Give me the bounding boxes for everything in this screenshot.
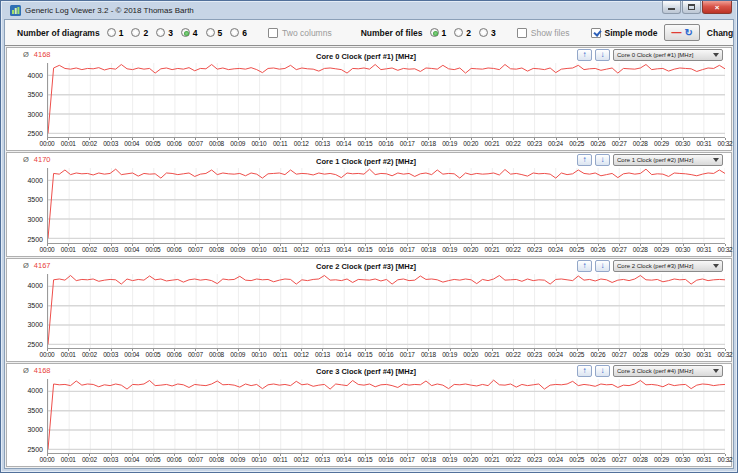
chart-controls: ↑ ↓ Core 1 Clock (perf #2) [MHz] xyxy=(577,154,723,166)
toolbar: Number of diagrams 123456 Two columns Nu… xyxy=(5,20,733,46)
diagram-count-option-5[interactable]: 5 xyxy=(206,28,223,38)
file-count-option-1[interactable]: 1 xyxy=(430,28,447,38)
arrow-down-icon: ↓ xyxy=(601,156,605,164)
x-tick-label: 00:15 xyxy=(357,351,372,358)
x-tick-label: 00:19 xyxy=(442,456,457,463)
line-style-refresh-button[interactable]: — ↻ xyxy=(664,24,699,41)
x-tick-label: 00:07 xyxy=(188,140,203,147)
diagram-count-option-1[interactable]: 1 xyxy=(107,28,124,38)
radio-icon xyxy=(479,28,488,37)
x-tick-label: 00:21 xyxy=(485,246,500,253)
chart-signal-dropdown[interactable]: Core 0 Clock (perf #1) [MHz] xyxy=(613,49,723,61)
x-tick-label: 00:17 xyxy=(400,246,415,253)
y-tick-label: 2500 xyxy=(27,236,43,243)
chart-down-button[interactable]: ↓ xyxy=(595,49,610,61)
simple-mode-checkbox[interactable]: Simple mode xyxy=(591,28,658,38)
diagram-count-option-3[interactable]: 3 xyxy=(156,28,173,38)
x-tick-label: 00:08 xyxy=(209,456,224,463)
x-tick-label: 00:25 xyxy=(569,351,584,358)
refresh-icon: ↻ xyxy=(684,28,692,38)
x-tick-label: 00:11 xyxy=(273,140,287,147)
x-tick-label: 00:00 xyxy=(40,246,55,253)
diagram-count-option-4[interactable]: 4 xyxy=(181,28,198,38)
file-count-option-3[interactable]: 3 xyxy=(479,28,496,38)
x-tick-label: 00:10 xyxy=(251,456,266,463)
x-tick-label: 00:29 xyxy=(654,351,669,358)
x-tick-label: 00:00 xyxy=(40,456,55,463)
x-tick-label: 00:30 xyxy=(675,246,690,253)
window-title: Generic Log Viewer 3.2 - © 2018 Thomas B… xyxy=(25,6,662,15)
x-tick-label: 00:01 xyxy=(61,351,76,358)
chart-panel: Ø 4167 Core 2 Clock (perf #3) [MHz] ↑ ↓ … xyxy=(6,258,732,362)
chart-down-button[interactable]: ↓ xyxy=(595,260,610,272)
x-tick-label: 00:31 xyxy=(696,140,711,147)
x-tick-label: 00:30 xyxy=(675,351,690,358)
x-tick-label: 00:02 xyxy=(82,140,97,147)
chart-signal-dropdown[interactable]: Core 2 Clock (perf #3) [MHz] xyxy=(613,260,723,272)
x-tick-label: 00:21 xyxy=(485,351,500,358)
chart-up-button[interactable]: ↑ xyxy=(577,49,592,61)
plot-area xyxy=(47,274,725,349)
arrow-up-icon: ↑ xyxy=(583,156,587,164)
chart-up-button[interactable]: ↑ xyxy=(577,365,592,377)
maximize-button[interactable] xyxy=(682,1,701,14)
chart-down-button[interactable]: ↓ xyxy=(595,154,610,166)
x-tick-label: 00:12 xyxy=(294,456,309,463)
x-tick-label: 00:02 xyxy=(82,246,97,253)
x-tick-label: 00:19 xyxy=(442,140,457,147)
x-tick-label: 00:24 xyxy=(548,140,563,147)
arrow-up-icon: ↑ xyxy=(583,262,587,270)
x-tick-label: 00:03 xyxy=(103,351,118,358)
chart-down-button[interactable]: ↓ xyxy=(595,365,610,377)
title-bar: Generic Log Viewer 3.2 - © 2018 Thomas B… xyxy=(4,1,734,19)
diagram-count-option-6[interactable]: 6 xyxy=(230,28,247,38)
radio-icon xyxy=(131,28,140,37)
x-tick-label: 00:32 xyxy=(718,351,733,358)
x-tick-label: 00:07 xyxy=(188,246,203,253)
plot-area xyxy=(47,379,725,454)
x-tick-label: 00:08 xyxy=(209,140,224,147)
x-tick-label: 00:27 xyxy=(612,140,627,147)
x-tick-label: 00:03 xyxy=(103,456,118,463)
chart-controls: ↑ ↓ Core 2 Clock (perf #3) [MHz] xyxy=(577,260,723,272)
close-icon: × xyxy=(715,3,720,12)
chart-up-button[interactable]: ↑ xyxy=(577,154,592,166)
x-tick-label: 00:31 xyxy=(696,351,711,358)
two-columns-checkbox[interactable]: Two columns xyxy=(268,28,332,38)
radio-label: 1 xyxy=(442,28,447,38)
x-tick-label: 00:01 xyxy=(61,140,76,147)
x-tick-label: 00:20 xyxy=(463,351,478,358)
x-tick-label: 00:04 xyxy=(124,140,139,147)
plot-row: 4000350030002500 xyxy=(7,63,725,138)
x-tick-label: 00:11 xyxy=(273,456,287,463)
radio-label: 2 xyxy=(466,28,471,38)
x-tick-label: 00:31 xyxy=(696,246,711,253)
y-tick-label: 4000 xyxy=(27,72,43,79)
chart-header: Ø 4168 Core 3 Clock (perf #4) [MHz] ↑ ↓ … xyxy=(7,365,725,379)
x-tick-label: 00:24 xyxy=(548,456,563,463)
minimize-button[interactable] xyxy=(662,1,681,14)
checkbox-icon xyxy=(517,28,527,38)
x-tick-label: 00:16 xyxy=(379,456,394,463)
x-tick-label: 00:13 xyxy=(315,246,330,253)
x-tick-label: 00:25 xyxy=(569,456,584,463)
chart-signal-dropdown[interactable]: Core 1 Clock (perf #2) [MHz] xyxy=(613,154,723,166)
x-tick-label: 00:27 xyxy=(612,351,627,358)
x-tick-label: 00:18 xyxy=(421,351,436,358)
file-count-option-2[interactable]: 2 xyxy=(454,28,471,38)
y-tick-label: 3000 xyxy=(27,216,43,223)
close-button[interactable]: × xyxy=(702,1,732,14)
y-tick-label: 2500 xyxy=(27,130,43,137)
x-tick-label: 00:09 xyxy=(230,351,245,358)
x-tick-label: 00:01 xyxy=(61,456,76,463)
chart-signal-dropdown[interactable]: Core 3 Clock (perf #4) [MHz] xyxy=(613,365,723,377)
x-tick-label: 00:05 xyxy=(146,140,161,147)
chart-up-button[interactable]: ↑ xyxy=(577,260,592,272)
x-tick-label: 00:10 xyxy=(251,140,266,147)
x-tick-label: 00:01 xyxy=(61,246,76,253)
x-tick-label: 00:06 xyxy=(167,140,182,147)
diagram-count-option-2[interactable]: 2 xyxy=(131,28,148,38)
x-tick-label: 00:23 xyxy=(527,140,542,147)
maximize-icon xyxy=(688,4,695,10)
show-files-checkbox[interactable]: Show files xyxy=(517,28,570,38)
